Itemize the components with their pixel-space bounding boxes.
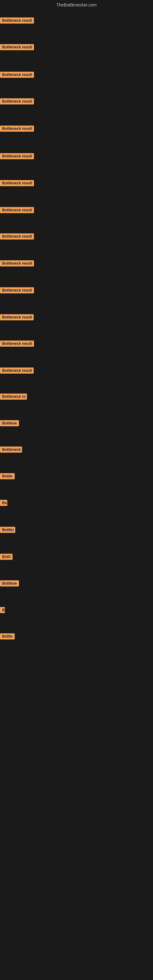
bottleneck-badge-wrapper-20: Bottler: [0, 527, 15, 534]
bottleneck-badge[interactable]: Bottleneck result: [0, 314, 33, 320]
bottleneck-badge-wrapper-23: B: [0, 607, 5, 614]
bottleneck-badge-wrapper-13: Bottleneck result: [0, 340, 34, 348]
bottleneck-badge[interactable]: Bottlene: [0, 420, 19, 426]
bottleneck-badge[interactable]: Bottleneck re: [0, 393, 27, 400]
bottleneck-badge[interactable]: Bottlene: [0, 580, 19, 587]
bottleneck-badge-wrapper-12: Bottleneck result: [0, 314, 33, 321]
bottleneck-badge[interactable]: Bottleneck result: [0, 18, 34, 24]
bottleneck-badge[interactable]: Bottleneck result: [0, 233, 34, 240]
bottleneck-badge[interactable]: Bottleneck: [0, 447, 22, 453]
bottleneck-badge[interactable]: B: [0, 607, 5, 613]
bottleneck-badge[interactable]: Bottle: [0, 473, 15, 479]
bottleneck-badge[interactable]: Bottleneck result: [0, 180, 34, 186]
bottleneck-badge[interactable]: Bottl: [0, 554, 13, 560]
bottleneck-badge[interactable]: Bottleneck result: [0, 153, 34, 159]
bottleneck-badge[interactable]: Bottleneck result: [0, 340, 34, 347]
bottleneck-badge-wrapper-19: Bo: [0, 500, 7, 507]
bottleneck-badge[interactable]: Bottle: [0, 633, 15, 640]
bottleneck-badge[interactable]: Bottleneck result: [0, 98, 34, 105]
bottleneck-badge-wrapper-16: Bottlene: [0, 420, 19, 428]
bottleneck-badge-wrapper-10: Bottleneck result: [0, 260, 34, 268]
bottleneck-badge-wrapper-8: Bottleneck result: [0, 207, 34, 215]
bottleneck-badge[interactable]: Bottleneck result: [0, 287, 34, 293]
bottleneck-badge[interactable]: Bottleneck result: [0, 126, 34, 132]
bottleneck-badge-wrapper-17: Bottleneck: [0, 447, 22, 454]
bottleneck-badge[interactable]: Bottleneck result: [0, 72, 34, 78]
bottleneck-badge[interactable]: Bottleneck result: [0, 368, 33, 374]
bottleneck-badge-wrapper-14: Bottleneck result: [0, 368, 33, 375]
bottleneck-badge[interactable]: Bo: [0, 500, 7, 506]
bottleneck-badge-wrapper-5: Bottleneck result: [0, 126, 34, 133]
bottleneck-badge-wrapper-9: Bottleneck result: [0, 233, 34, 241]
site-header: TheBottlenecker.com: [0, 0, 153, 10]
bottleneck-badge-wrapper-1: Bottleneck result: [0, 18, 34, 25]
bottleneck-badge-wrapper-11: Bottleneck result: [0, 287, 34, 294]
bottleneck-badge[interactable]: Bottleneck result: [0, 44, 34, 50]
bottleneck-badge-wrapper-22: Bottlene: [0, 580, 19, 588]
bottleneck-badge-wrapper-6: Bottleneck result: [0, 153, 34, 161]
bottleneck-badge-wrapper-18: Bottle: [0, 473, 15, 480]
bottleneck-badge-wrapper-2: Bottleneck result: [0, 44, 34, 51]
site-title: TheBottlenecker.com: [56, 2, 97, 7]
bottleneck-badge-wrapper-3: Bottleneck result: [0, 72, 34, 79]
bottleneck-badge[interactable]: Bottleneck result: [0, 207, 34, 213]
bottleneck-badge-wrapper-4: Bottleneck result: [0, 98, 34, 106]
bottleneck-badge[interactable]: Bottler: [0, 527, 15, 533]
bottleneck-badge-wrapper-15: Bottleneck re: [0, 393, 27, 401]
bottleneck-badge-wrapper-21: Bottl: [0, 554, 13, 561]
bottleneck-badge-wrapper-7: Bottleneck result: [0, 180, 34, 188]
bottleneck-badge[interactable]: Bottleneck result: [0, 260, 34, 266]
bottleneck-badge-wrapper-24: Bottle: [0, 633, 15, 641]
